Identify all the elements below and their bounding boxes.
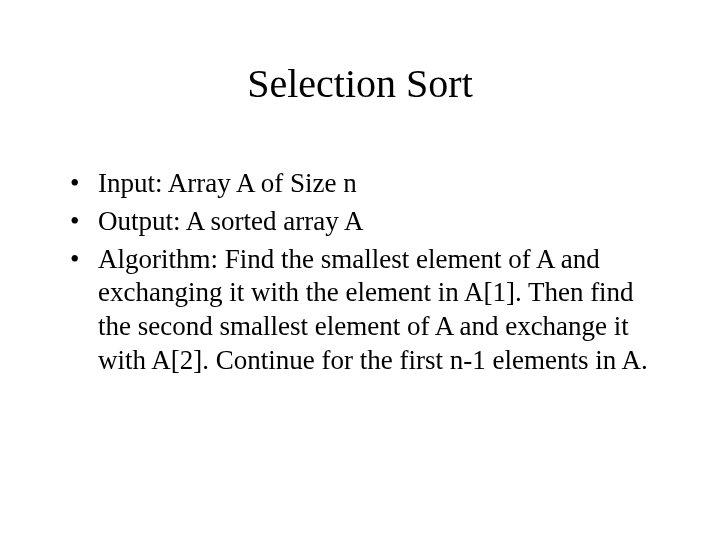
bullet-item: Output: A sorted array A — [70, 205, 660, 239]
bullet-item: Input: Array A of Size n — [70, 167, 660, 201]
bullet-list: Input: Array A of Size n Output: A sorte… — [60, 167, 660, 378]
slide-title: Selection Sort — [60, 60, 660, 107]
bullet-item: Algorithm: Find the smallest element of … — [70, 243, 660, 378]
